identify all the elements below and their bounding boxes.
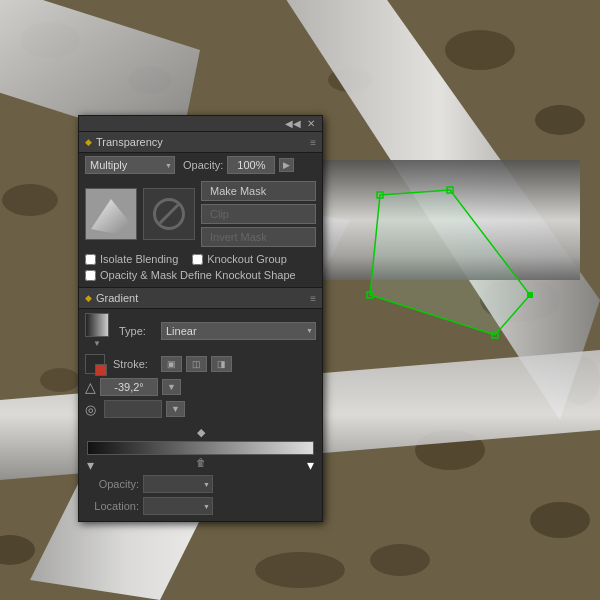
transparency-diamond-icon: ◆ — [85, 137, 92, 147]
svg-point-8 — [255, 552, 345, 588]
svg-point-2 — [445, 30, 515, 70]
no-mask-icon — [153, 198, 185, 230]
right-stop-handle[interactable]: ▾ — [307, 457, 314, 473]
stroke-btn-2[interactable]: ◫ — [186, 356, 207, 372]
svg-point-3 — [535, 105, 585, 135]
scale-icon: ◎ — [85, 402, 96, 417]
gradient-arrow[interactable]: ▼ — [93, 339, 101, 348]
invert-mask-button: Invert Mask — [201, 227, 316, 247]
gradient-swatch[interactable] — [85, 313, 109, 337]
transparency-gradient-panel: ◀◀ ✕ ◆ Transparency ≡ Multiply Normal Sc… — [78, 115, 323, 522]
scale-row: ◎ ▼ — [79, 398, 322, 422]
gradient-menu-icon[interactable]: ≡ — [310, 293, 316, 304]
knockout-group-checkbox[interactable] — [192, 254, 203, 265]
gradient-type-select[interactable]: Linear Radial — [161, 322, 316, 340]
opacity-arrow-button[interactable]: ▶ — [279, 158, 294, 172]
scale-input[interactable] — [104, 400, 162, 418]
panel-topbar: ◀◀ ✕ — [79, 116, 322, 132]
knockout-group-label: Knockout Group — [207, 253, 287, 265]
transparency-section-header: ◆ Transparency ≡ — [79, 132, 322, 153]
mask-buttons-group: Make Mask Clip Invert Mask — [201, 181, 316, 247]
opacity-mask-checkbox[interactable] — [85, 270, 96, 281]
angle-icon: △ — [85, 379, 96, 395]
blend-mode-select[interactable]: Multiply Normal Screen Overlay — [85, 156, 175, 174]
stroke-btn-3[interactable]: ◨ — [211, 356, 232, 372]
opacity-mask-row: Opacity & Mask Define Knockout Shape — [79, 267, 322, 287]
stroke-row: Stroke: ▣ ◫ ◨ — [79, 352, 322, 376]
gradient-location-label: Location: — [85, 500, 139, 512]
gradient-diamond-icon: ◆ — [85, 293, 92, 303]
transparency-menu-icon[interactable]: ≡ — [310, 137, 316, 148]
delete-stop-button[interactable]: 🗑 — [196, 457, 206, 473]
svg-point-9 — [530, 502, 590, 538]
gradient-opacity-label: Opacity: — [85, 478, 139, 490]
stroke-label: Stroke: — [113, 358, 157, 370]
gradient-location-select[interactable] — [143, 497, 213, 515]
panel-collapse-button[interactable]: ◀◀ — [282, 118, 304, 129]
gradient-bar[interactable] — [87, 441, 314, 455]
gradient-title: Gradient — [96, 292, 138, 304]
blend-mode-wrapper[interactable]: Multiply Normal Screen Overlay — [85, 156, 175, 174]
gradient-section-header: ◆ Gradient ≡ — [79, 287, 322, 309]
svg-point-15 — [370, 544, 430, 576]
gradient-opacity-row: Opacity: — [79, 473, 322, 495]
gradient-location-row: Location: — [79, 495, 322, 521]
svg-point-14 — [0, 535, 35, 565]
angle-arrow-button[interactable]: ▼ — [162, 379, 181, 395]
gradient-location-wrapper[interactable] — [143, 497, 213, 515]
opacity-mask-label: Opacity & Mask Define Knockout Shape — [100, 269, 296, 281]
type-row: ▼ Type: Linear Radial — [79, 309, 322, 352]
svg-point-4 — [2, 184, 58, 216]
isolate-blending-checkbox[interactable] — [85, 254, 96, 265]
angle-row: △ ▼ — [79, 376, 322, 398]
angle-input[interactable] — [100, 378, 158, 396]
type-label: Type: — [119, 325, 155, 337]
clip-button: Clip — [201, 204, 316, 224]
gradient-bar-container: ◆ ▾ 🗑 ▾ — [79, 422, 322, 473]
gradient-midpoint-handle[interactable]: ◆ — [197, 426, 205, 438]
panel-close-button[interactable]: ✕ — [304, 118, 318, 129]
make-mask-button[interactable]: Make Mask — [201, 181, 316, 201]
type-select-wrapper[interactable]: Linear Radial — [161, 322, 316, 340]
stroke-swatch[interactable] — [85, 354, 105, 374]
transparency-title: Transparency — [96, 136, 163, 148]
scale-arrow-button[interactable]: ▼ — [166, 401, 185, 417]
isolate-blending-label: Isolate Blending — [100, 253, 178, 265]
svg-point-13 — [40, 368, 80, 392]
blend-opacity-row: Multiply Normal Screen Overlay Opacity: … — [79, 153, 322, 177]
thumbnail-row: Make Mask Clip Invert Mask — [79, 177, 322, 251]
gradient-opacity-wrapper[interactable] — [143, 475, 213, 493]
opacity-label: Opacity: — [183, 159, 223, 171]
opacity-input[interactable] — [227, 156, 275, 174]
stroke-btn-1[interactable]: ▣ — [161, 356, 182, 372]
left-stop-handle[interactable]: ▾ — [87, 457, 94, 473]
layer-thumbnail — [85, 188, 137, 240]
isolate-blending-row: Isolate Blending Knockout Group — [79, 251, 322, 267]
svg-rect-18 — [527, 292, 533, 298]
gradient-opacity-select[interactable] — [143, 475, 213, 493]
mask-thumbnail — [143, 188, 195, 240]
